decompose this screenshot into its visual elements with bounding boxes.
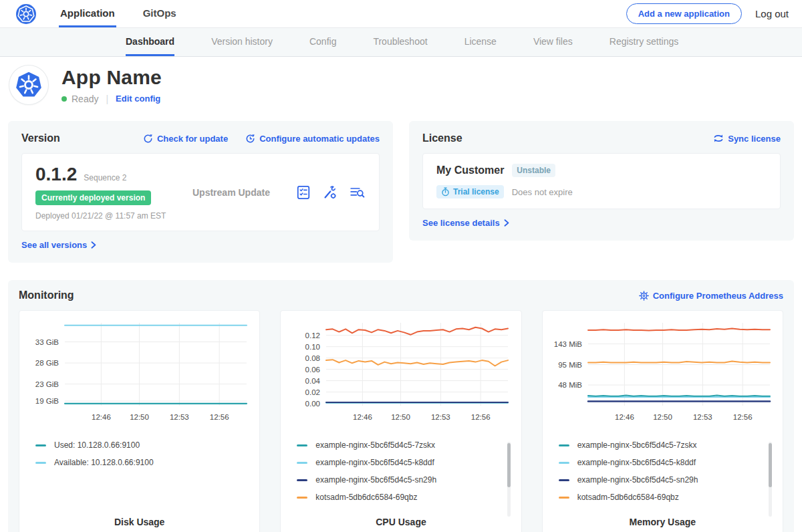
app-kubernetes-icon bbox=[9, 65, 48, 104]
trial-license-badge: Trial license bbox=[436, 185, 504, 198]
license-expiry: Does not expire bbox=[512, 187, 573, 197]
legend-label: example-nginx-5bc6f5d4c5-7zskx bbox=[577, 440, 697, 450]
legend-color-dash bbox=[559, 497, 569, 499]
legend-scrollbar bbox=[769, 442, 772, 517]
cpu-usage-legend: example-nginx-5bc6f5d4c5-7zskxexample-ng… bbox=[297, 440, 514, 502]
edit-config-link[interactable]: Edit config bbox=[116, 94, 160, 104]
top-nav-tabs: Application GitOps bbox=[59, 0, 178, 27]
svg-text:12:50: 12:50 bbox=[391, 413, 410, 421]
legend-label: example-nginx-5bc6f5d4c5-sn29h bbox=[315, 475, 436, 485]
monitoring-title: Monitoring bbox=[19, 289, 74, 301]
chart-title: Disk Usage bbox=[26, 517, 253, 530]
tab-dashboard[interactable]: Dashboard bbox=[126, 28, 174, 56]
svg-text:12:50: 12:50 bbox=[130, 413, 149, 421]
tab-gitops[interactable]: GitOps bbox=[142, 0, 178, 27]
see-license-details-link[interactable]: See license details bbox=[422, 218, 509, 228]
svg-text:33 GiB: 33 GiB bbox=[35, 338, 59, 346]
legend-color-dash bbox=[559, 444, 569, 446]
legend-label: example-nginx-5bc6f5d4c5-k8ddf bbox=[577, 458, 696, 467]
legend-color-dash bbox=[559, 479, 569, 481]
svg-text:12:53: 12:53 bbox=[170, 413, 189, 421]
gear-icon bbox=[639, 291, 649, 301]
svg-text:95 MiB: 95 MiB bbox=[558, 361, 582, 369]
check-for-update-link[interactable]: Check for update bbox=[143, 134, 228, 144]
kubernetes-logo-icon bbox=[16, 0, 36, 27]
add-application-button[interactable]: Add a new application bbox=[626, 3, 742, 24]
tab-version-history[interactable]: Version history bbox=[211, 28, 273, 56]
legend-label: Available: 10.128.0.66:9100 bbox=[54, 458, 154, 467]
configure-automatic-updates-link[interactable]: Configure automatic updates bbox=[245, 134, 380, 144]
legend-scrollbar-thumb[interactable] bbox=[769, 443, 772, 487]
svg-text:0.08: 0.08 bbox=[305, 354, 320, 362]
tab-troubleshoot[interactable]: Troubleshoot bbox=[373, 28, 427, 56]
version-sequence: Sequence 2 bbox=[84, 173, 126, 182]
svg-text:0.04: 0.04 bbox=[305, 377, 321, 385]
cpu-usage-chart-card: 0.000.020.040.060.080.100.1212:4612:5012… bbox=[280, 310, 521, 532]
sync-icon bbox=[713, 134, 724, 143]
legend-item: kotsadm-5db6dc6584-69qbz bbox=[297, 493, 514, 502]
stopwatch-icon bbox=[441, 187, 450, 196]
legend-label: example-nginx-5bc6f5d4c5-k8ddf bbox=[315, 458, 434, 467]
disk-usage-chart-card: 19 GiB23 GiB28 GiB33 GiB12:4612:5012:531… bbox=[19, 310, 260, 532]
configure-prometheus-link[interactable]: Configure Prometheus Address bbox=[639, 291, 783, 301]
see-all-versions-link[interactable]: See all versions bbox=[21, 240, 96, 250]
channel-badge: Unstable bbox=[512, 164, 555, 177]
sync-license-link[interactable]: Sync license bbox=[713, 134, 781, 144]
legend-label: Used: 10.128.0.66:9100 bbox=[54, 440, 140, 450]
disk-usage-chart: 19 GiB23 GiB28 GiB33 GiB12:4612:5012:531… bbox=[26, 317, 253, 432]
preflight-checks-icon[interactable] bbox=[296, 185, 311, 200]
legend-label: example-nginx-5bc6f5d4c5-sn29h bbox=[577, 475, 698, 485]
view-logs-icon[interactable] bbox=[350, 185, 366, 200]
top-nav: Application GitOps Add a new application… bbox=[0, 0, 802, 28]
tab-registry-settings[interactable]: Registry settings bbox=[610, 28, 678, 56]
legend-item: example-nginx-5bc6f5d4c5-sn29h bbox=[559, 475, 776, 485]
memory-usage-chart-card: 48 MiB95 MiB143 MiB12:4612:5012:5312:56 … bbox=[542, 310, 783, 532]
schedule-update-icon bbox=[245, 134, 255, 144]
legend-item: example-nginx-5bc6f5d4c5-7zskx bbox=[559, 440, 776, 450]
legend-label: kotsadm-5db6dc6584-69qbz bbox=[315, 493, 417, 502]
legend-label: example-nginx-5bc6f5d4c5-7zskx bbox=[315, 440, 435, 450]
svg-text:12:56: 12:56 bbox=[471, 413, 491, 421]
svg-text:12:46: 12:46 bbox=[92, 413, 111, 421]
logout-button[interactable]: Log out bbox=[755, 8, 789, 19]
svg-text:12:46: 12:46 bbox=[615, 413, 634, 421]
svg-text:0.10: 0.10 bbox=[305, 343, 320, 351]
legend-item: example-nginx-5bc6f5d4c5-k8ddf bbox=[559, 458, 776, 467]
legend-color-dash bbox=[35, 444, 46, 446]
edit-config-icon[interactable] bbox=[323, 185, 338, 200]
version-source-label: Upstream Update bbox=[192, 187, 270, 198]
legend-scrollbar-thumb[interactable] bbox=[507, 443, 511, 487]
legend-color-dash bbox=[35, 462, 46, 464]
legend-item: example-nginx-5bc6f5d4c5-7zskx bbox=[297, 440, 514, 450]
svg-text:12:56: 12:56 bbox=[210, 413, 229, 421]
svg-text:48 MiB: 48 MiB bbox=[558, 381, 582, 389]
tab-view-files[interactable]: View files bbox=[533, 28, 573, 56]
version-card-title: Version bbox=[21, 132, 60, 144]
status-ready-dot bbox=[61, 96, 67, 102]
svg-text:23 GiB: 23 GiB bbox=[35, 380, 59, 388]
monitoring-section: Monitoring Configure Prometheus Address … bbox=[8, 280, 794, 532]
svg-text:12:46: 12:46 bbox=[353, 413, 372, 421]
disk-usage-legend: Used: 10.128.0.66:9100Available: 10.128.… bbox=[35, 440, 253, 467]
svg-text:0.06: 0.06 bbox=[305, 366, 320, 374]
tab-config[interactable]: Config bbox=[309, 28, 336, 56]
deployed-timestamp: Deployed 01/21/22 @ 11:57 am EST bbox=[35, 211, 192, 221]
svg-text:19 GiB: 19 GiB bbox=[35, 397, 59, 405]
legend-color-dash bbox=[297, 444, 307, 446]
license-card-title: License bbox=[422, 132, 462, 144]
svg-text:0.02: 0.02 bbox=[305, 388, 320, 396]
legend-color-dash bbox=[559, 462, 569, 464]
svg-text:28 GiB: 28 GiB bbox=[35, 359, 59, 367]
tab-license[interactable]: License bbox=[464, 28, 497, 56]
chart-title: Memory Usage bbox=[549, 517, 776, 530]
status-label: Ready bbox=[72, 94, 98, 104]
license-card: License Sync license My Customer Unstabl… bbox=[409, 121, 794, 241]
legend-item: example-nginx-5bc6f5d4c5-k8ddf bbox=[297, 458, 514, 467]
currently-deployed-badge: Currently deployed version bbox=[35, 190, 151, 205]
memory-usage-chart: 48 MiB95 MiB143 MiB12:4612:5012:5312:56 bbox=[549, 317, 776, 432]
legend-label: kotsadm-5db6dc6584-69qbz bbox=[577, 493, 679, 502]
legend-item: kotsadm-5db6dc6584-69qbz bbox=[559, 493, 776, 502]
page-title: App Name bbox=[61, 66, 162, 89]
tab-application[interactable]: Application bbox=[59, 0, 116, 27]
chart-title: CPU Usage bbox=[287, 517, 514, 530]
